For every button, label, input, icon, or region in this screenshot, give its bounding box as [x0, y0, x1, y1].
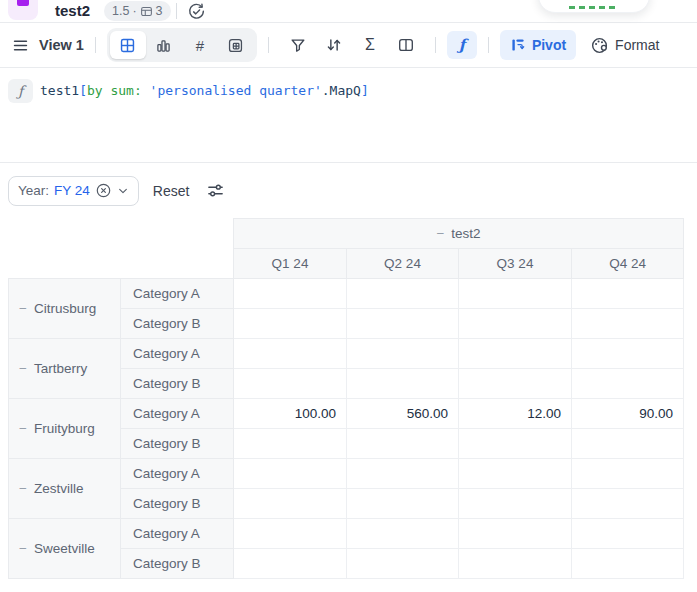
- pivot-value-cell[interactable]: [347, 519, 459, 549]
- app-logo-icon: [17, 0, 29, 6]
- collapse-icon[interactable]: −: [436, 226, 444, 241]
- formula-mode-button[interactable]: ƒ: [447, 31, 477, 59]
- pivot-category-cell[interactable]: Category A: [121, 339, 234, 369]
- collapse-icon[interactable]: −: [19, 361, 27, 376]
- pivot-value-cell[interactable]: [234, 369, 347, 399]
- table-row: −SweetvilleCategory A: [9, 519, 684, 549]
- dot-separator: ·: [132, 4, 136, 18]
- document-title[interactable]: test2: [55, 0, 90, 22]
- pivot-category-cell[interactable]: Category A: [121, 399, 234, 429]
- pivot-value-cell[interactable]: 560.00: [347, 399, 459, 429]
- pivot-value-cell[interactable]: [347, 279, 459, 309]
- pivot-value-cell[interactable]: 100.00: [234, 399, 347, 429]
- pivot-button[interactable]: Pivot: [500, 30, 576, 60]
- pivot-value-cell[interactable]: [572, 339, 684, 369]
- toolbar: View 1 #: [0, 23, 697, 68]
- pivot-col-header[interactable]: Q3 24: [459, 249, 572, 279]
- reset-filters-button[interactable]: Reset: [153, 183, 190, 199]
- pivot-value-cell[interactable]: [347, 369, 459, 399]
- pivot-value-cell[interactable]: [234, 429, 347, 459]
- formula-token: [: [79, 83, 87, 98]
- pivot-value-cell[interactable]: [459, 279, 572, 309]
- sort-button[interactable]: [316, 30, 352, 60]
- view-type-segmented-control: #: [107, 28, 257, 62]
- hamburger-menu-icon[interactable]: [12, 37, 29, 54]
- cut-off-toast[interactable]: [538, 0, 650, 13]
- pivot-value-cell[interactable]: [347, 459, 459, 489]
- app-logo[interactable]: [8, 0, 38, 20]
- collapse-icon[interactable]: −: [19, 481, 27, 496]
- pivot-group-label: Fruityburg: [34, 421, 95, 436]
- pivot-group-label: Sweetville: [34, 541, 95, 556]
- pivot-value-cell[interactable]: [347, 429, 459, 459]
- pivot-value-cell[interactable]: [459, 429, 572, 459]
- split-columns-button[interactable]: [388, 30, 424, 60]
- remove-filter-icon[interactable]: [95, 182, 112, 199]
- pivot-value-cell[interactable]: [572, 489, 684, 519]
- chevron-down-icon[interactable]: [117, 185, 129, 197]
- pivot-category-cell[interactable]: Category B: [121, 309, 234, 339]
- card-view-tab[interactable]: [218, 31, 254, 59]
- pivot-category-cell[interactable]: Category B: [121, 369, 234, 399]
- pivot-category-cell[interactable]: Category A: [121, 279, 234, 309]
- pivot-value-cell[interactable]: [459, 339, 572, 369]
- pivot-value-cell[interactable]: 90.00: [572, 399, 684, 429]
- pivot-category-cell[interactable]: Category A: [121, 519, 234, 549]
- pivot-value-cell[interactable]: [459, 489, 572, 519]
- pivot-value-cell[interactable]: [347, 489, 459, 519]
- sigma-icon: Σ: [365, 36, 375, 54]
- pivot-value-cell[interactable]: [572, 459, 684, 489]
- pivot-value-cell[interactable]: [234, 489, 347, 519]
- pivot-category-cell[interactable]: Category B: [121, 549, 234, 579]
- pivot-col-header[interactable]: Q2 24: [347, 249, 459, 279]
- formula-input[interactable]: test1[by sum: 'personalised quarter'.Map…: [40, 83, 369, 98]
- pivot-value-cell[interactable]: [459, 519, 572, 549]
- year-filter-chip[interactable]: Year: FY 24: [8, 176, 139, 206]
- pivot-value-cell[interactable]: [572, 279, 684, 309]
- pivot-value-cell[interactable]: [234, 309, 347, 339]
- pivot-value-cell[interactable]: [347, 549, 459, 579]
- sum-button[interactable]: Σ: [352, 30, 388, 60]
- pivot-value-cell[interactable]: [234, 279, 347, 309]
- pivot-corner-blank: [9, 219, 234, 279]
- pivot-col-header[interactable]: Q4 24: [572, 249, 684, 279]
- pivot-category-cell[interactable]: Category B: [121, 429, 234, 459]
- pivot-category-cell[interactable]: Category B: [121, 489, 234, 519]
- format-button[interactable]: Format: [590, 36, 659, 55]
- collapse-icon[interactable]: −: [19, 301, 27, 316]
- pivot-value-cell[interactable]: 12.00: [459, 399, 572, 429]
- pivot-value-cell[interactable]: [234, 519, 347, 549]
- collapse-icon[interactable]: −: [19, 421, 27, 436]
- divider: [488, 37, 489, 53]
- collapse-icon[interactable]: −: [19, 541, 27, 556]
- pivot-value-cell[interactable]: [234, 459, 347, 489]
- table-row: −FruityburgCategory A100.00560.0012.0090…: [9, 399, 684, 429]
- pivot-value-cell[interactable]: [572, 549, 684, 579]
- pivot-value-cell[interactable]: [459, 459, 572, 489]
- pivot-value-cell[interactable]: [234, 549, 347, 579]
- number-view-tab[interactable]: #: [182, 31, 218, 59]
- pivot-value-cell[interactable]: [459, 369, 572, 399]
- pivot-value-cell[interactable]: [572, 309, 684, 339]
- pivot-value-cell[interactable]: [459, 549, 572, 579]
- history-check-icon[interactable]: [187, 2, 206, 21]
- version-badge[interactable]: 1.5 · 3: [104, 1, 171, 21]
- pivot-value-cell[interactable]: [572, 429, 684, 459]
- pivot-value-cell[interactable]: [234, 339, 347, 369]
- view-name[interactable]: View 1: [39, 37, 84, 53]
- filter-settings-button[interactable]: [205, 181, 225, 201]
- pivot-column-group-label: test2: [451, 226, 480, 241]
- table-view-tab[interactable]: [110, 31, 146, 59]
- pivot-value-cell[interactable]: [347, 339, 459, 369]
- pivot-category-cell[interactable]: Category A: [121, 459, 234, 489]
- pivot-group-cell: −Sweetville: [9, 519, 121, 579]
- pivot-value-cell[interactable]: [459, 309, 572, 339]
- pivot-value-cell[interactable]: [572, 519, 684, 549]
- pivot-value-cell[interactable]: [572, 369, 684, 399]
- pivot-col-header[interactable]: Q1 24: [234, 249, 347, 279]
- pivot-value-cell[interactable]: [347, 309, 459, 339]
- filter-bar: Year: FY 24 Reset: [0, 163, 697, 218]
- filter-button[interactable]: [280, 30, 316, 60]
- pivot-group-label: Citrusburg: [34, 301, 96, 316]
- chart-view-tab[interactable]: [146, 31, 182, 59]
